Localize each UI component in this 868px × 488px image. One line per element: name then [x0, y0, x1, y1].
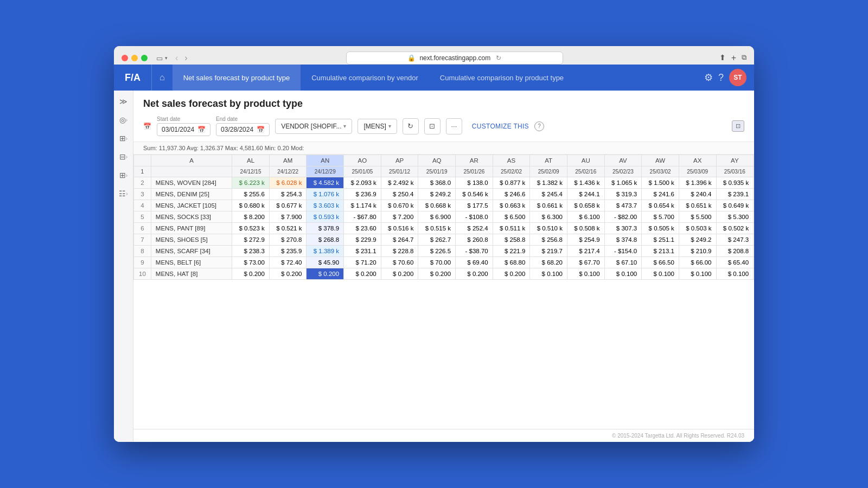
- data-cell[interactable]: $ 247.3: [716, 234, 754, 246]
- data-cell[interactable]: $ 249.2: [679, 234, 716, 246]
- data-cell[interactable]: $ 1.436 k: [567, 177, 604, 189]
- data-cell[interactable]: $ 2.492 k: [381, 177, 418, 189]
- data-cell[interactable]: $ 231.1: [344, 246, 381, 257]
- col-header-a[interactable]: A: [151, 155, 232, 166]
- data-cell[interactable]: $ 213.1: [642, 246, 679, 257]
- data-cell[interactable]: $ 221.9: [493, 246, 530, 257]
- col-header-ap[interactable]: AP: [381, 155, 418, 166]
- sidebar-toggle[interactable]: ▭▾: [156, 54, 168, 62]
- data-cell[interactable]: $ 6.300: [530, 211, 567, 223]
- col-header-ay[interactable]: AY: [716, 155, 754, 166]
- data-cell[interactable]: $ 270.8: [269, 234, 307, 246]
- address-bar[interactable]: 🔒 next.forecastingapp.com ↻: [346, 52, 563, 65]
- data-cell[interactable]: $ 64: [754, 257, 754, 268]
- data-cell[interactable]: $ 5: [754, 211, 754, 223]
- data-cell[interactable]: $ 245.4: [530, 189, 567, 200]
- customize-button[interactable]: CUSTOMIZE THIS: [472, 123, 529, 130]
- data-cell[interactable]: $ 2(: [754, 246, 754, 257]
- col-header-ao[interactable]: AO: [344, 155, 381, 166]
- data-cell[interactable]: $ 0.503 k: [679, 223, 716, 234]
- data-cell[interactable]: $ 71.20: [344, 257, 381, 268]
- data-cell[interactable]: $ 0.505 k: [642, 223, 679, 234]
- data-cell[interactable]: $ 6.028 k: [269, 177, 307, 189]
- data-cell[interactable]: $ 236.9: [344, 189, 381, 200]
- data-cell[interactable]: $ 6.223 k: [232, 177, 270, 189]
- data-cell[interactable]: $ 268.8: [307, 234, 344, 246]
- data-cell[interactable]: $ 226.5: [418, 246, 456, 257]
- data-cell[interactable]: $ 0.680 k: [232, 200, 270, 211]
- data-cell[interactable]: $ 70.60: [381, 257, 418, 268]
- maximize-button[interactable]: [141, 55, 148, 61]
- data-cell[interactable]: $ 217.4: [567, 246, 604, 257]
- data-cell[interactable]: $ 0.6: [754, 200, 754, 211]
- data-cell[interactable]: $ 210.9: [679, 246, 716, 257]
- data-cell[interactable]: $ 0.200: [493, 268, 530, 280]
- col-header-am[interactable]: AM: [269, 155, 307, 166]
- data-cell[interactable]: $ 0.661 k: [530, 200, 567, 211]
- data-cell[interactable]: $ 6.900: [418, 211, 456, 223]
- data-cell[interactable]: $ 307.3: [604, 223, 642, 234]
- data-cell[interactable]: $ 254.9: [567, 234, 604, 246]
- data-cell[interactable]: $ 1.389 k: [307, 246, 344, 257]
- data-cell[interactable]: $ 0.877 k: [493, 177, 530, 189]
- data-cell[interactable]: $ 1.500 k: [642, 177, 679, 189]
- share-icon[interactable]: ⬆: [719, 53, 726, 63]
- data-cell[interactable]: $ 473.7: [604, 200, 642, 211]
- data-cell[interactable]: $ 67.10: [604, 257, 642, 268]
- col-header-aw[interactable]: AW: [642, 155, 679, 166]
- home-button[interactable]: ⌂: [152, 65, 173, 91]
- data-cell[interactable]: $ 244.1: [567, 189, 604, 200]
- data-cell[interactable]: - $38.70: [456, 246, 493, 257]
- data-cell[interactable]: $ 0.200: [344, 268, 381, 280]
- data-cell[interactable]: $ 256.8: [530, 234, 567, 246]
- tab-cumulative-product[interactable]: Cumulative comparison by product type: [429, 65, 575, 91]
- more-options-button[interactable]: ···: [446, 118, 462, 134]
- data-cell[interactable]: $ 5.300: [716, 211, 754, 223]
- settings-icon[interactable]: ⚙: [704, 72, 713, 84]
- data-cell[interactable]: $ 368.0: [418, 177, 456, 189]
- data-cell[interactable]: $ 0.508 k: [567, 223, 604, 234]
- data-cell[interactable]: - $154.0: [604, 246, 642, 257]
- data-cell[interactable]: $ 1.065 k: [604, 177, 642, 189]
- data-cell[interactable]: $ 0.511 k: [493, 223, 530, 234]
- data-cell[interactable]: $ 0.663 k: [493, 200, 530, 211]
- data-cell[interactable]: $ 0.546 k: [456, 189, 493, 200]
- data-cell[interactable]: $ 251.1: [642, 234, 679, 246]
- data-cell[interactable]: $ 238.3: [232, 246, 270, 257]
- data-cell[interactable]: $ 4.582 k: [307, 177, 344, 189]
- data-cell[interactable]: $ 0.100: [567, 268, 604, 280]
- data-cell[interactable]: $ 374.8: [604, 234, 642, 246]
- data-cell[interactable]: $ 0.200: [232, 268, 270, 280]
- col-header-ar[interactable]: AR: [456, 155, 493, 166]
- data-cell[interactable]: $ 68.20: [530, 257, 567, 268]
- data-cell[interactable]: $ 0.521 k: [269, 223, 307, 234]
- new-tab-icon[interactable]: +: [731, 53, 736, 63]
- sidebar-item-2[interactable]: ⊞ ›: [116, 131, 131, 146]
- col-header-au[interactable]: AU: [567, 155, 604, 166]
- data-cell[interactable]: $ 0.100: [716, 268, 754, 280]
- data-cell[interactable]: $ 1.174 k: [344, 200, 381, 211]
- help-circle-button[interactable]: ?: [534, 121, 544, 131]
- data-cell[interactable]: $ 7.900: [269, 211, 307, 223]
- data-cell[interactable]: $ 0.515 k: [418, 223, 456, 234]
- col-header-al[interactable]: AL: [232, 155, 270, 166]
- data-cell[interactable]: $ 177.5: [456, 200, 493, 211]
- data-cell[interactable]: $ 45.90: [307, 257, 344, 268]
- data-cell[interactable]: $ 65.40: [716, 257, 754, 268]
- data-cell[interactable]: $ 260.8: [456, 234, 493, 246]
- data-cell[interactable]: $ 250.4: [381, 189, 418, 200]
- data-cell[interactable]: $ 0.200: [418, 268, 456, 280]
- tab-cumulative-vendor[interactable]: Cumulative comparison by vendor: [301, 65, 429, 91]
- forward-button[interactable]: ›: [182, 52, 189, 64]
- col-header-aq[interactable]: AQ: [418, 155, 456, 166]
- data-cell[interactable]: $ 378.9: [307, 223, 344, 234]
- sidebar-item-1[interactable]: ◎ ›: [116, 112, 131, 127]
- data-cell[interactable]: $ 0.670 k: [381, 200, 418, 211]
- data-cell[interactable]: $ 241.6: [642, 189, 679, 200]
- minimize-button[interactable]: [131, 55, 138, 61]
- data-cell[interactable]: $ 0.593 k: [307, 211, 344, 223]
- data-cell[interactable]: $ 3.603 k: [307, 200, 344, 211]
- data-cell[interactable]: $ 0.935 k: [716, 177, 754, 189]
- data-cell[interactable]: $ 239.1: [716, 189, 754, 200]
- data-cell[interactable]: $ 255.6: [232, 189, 270, 200]
